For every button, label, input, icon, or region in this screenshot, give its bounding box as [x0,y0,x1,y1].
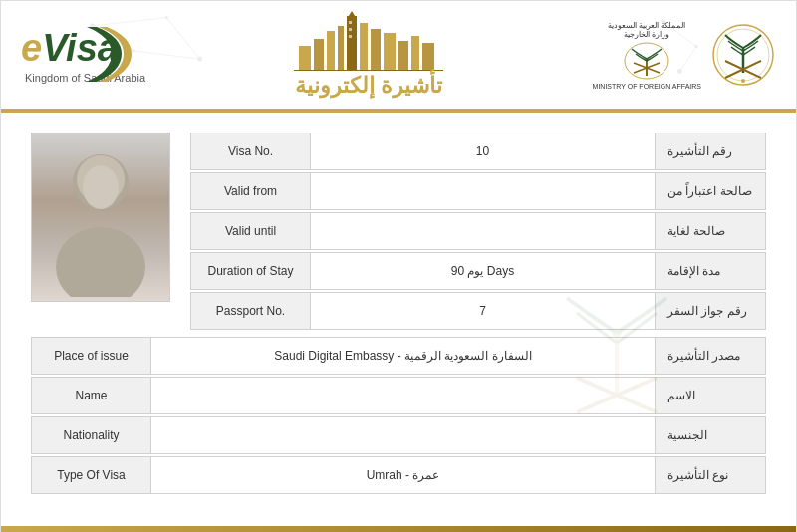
valid-until-label: Valid until [191,213,311,249]
svg-point-40 [741,79,745,83]
svg-rect-17 [327,31,335,71]
header-right: المملكة العربية السعوديةوزارة الخارجية M… [593,21,776,90]
duration-row: Duration of Stay يوم 90 Days مدة الإقامة [190,252,766,290]
visa-no-value: 10 [311,133,656,169]
fields-section: Visa No. 10 رقم التأشيرة Valid from صالح… [190,133,766,332]
passport-arabic: رقم جواز السفر [656,293,765,329]
svg-marker-20 [347,11,357,19]
bottom-bar [1,526,796,532]
valid-from-arabic: صالحة اعتباراً من [656,173,765,209]
name-label: Name [32,378,151,413]
visa-no-row: Visa No. 10 رقم التأشيرة [190,133,766,170]
passport-value: 7 [311,293,656,329]
place-arabic: مصدر التأشيرة [656,338,765,374]
ministry-emblem [622,41,671,81]
evisa-logo: e Visa [21,27,119,70]
photo-box [31,133,170,302]
duration-arabic: مدة الإقامة [656,253,765,289]
photo-placeholder [32,133,169,301]
place-label: Place of issue [32,338,151,374]
ministry-text: MINISTRY OF FOREIGN AFFAIRS [593,83,701,90]
visa-type-arabic: نوع التأشيرة [656,457,765,493]
svg-rect-28 [349,21,352,24]
valid-from-value [311,173,656,209]
nationality-label: Nationality [32,417,151,453]
svg-rect-30 [349,35,352,38]
header: e Visa Kingdom of Saudi Arabia [1,1,796,113]
visa-type-value: Umrah - عمرة [151,457,656,493]
svg-rect-23 [384,33,396,71]
arabic-title: تأشيرة إلكترونية [295,73,442,99]
ministry-logo: المملكة العربية السعوديةوزارة الخارجية M… [593,21,701,90]
nationality-value [151,417,656,453]
content-grid: Visa No. 10 رقم التأشيرة Valid from صالح… [31,133,766,332]
visa-no-label: Visa No. [191,133,311,169]
place-value: Saudi Digital Embassy - السفارة السعودية… [151,338,656,374]
svg-rect-19 [347,16,357,71]
duration-label: Duration of Stay [191,253,311,289]
passport-row: Passport No. 7 رقم جواز السفر [190,292,766,330]
valid-from-label: Valid from [191,173,311,209]
visa-no-arabic: رقم التأشيرة [656,133,765,169]
nationality-arabic: الجنسية [656,417,765,453]
valid-until-arabic: صالحة لغاية [656,213,765,249]
duration-value: يوم 90 Days [311,253,656,289]
city-skyline [294,11,443,71]
svg-rect-21 [360,23,368,71]
svg-rect-29 [349,28,352,31]
svg-rect-22 [371,29,381,71]
visa-type-row: Type Of Visa Umrah - عمرة نوع التأشيرة [31,456,766,494]
below-photo-section: Place of issue Saudi Digital Embassy - ا… [31,337,766,494]
valid-from-row: Valid from صالحة اعتباراً من [190,172,766,210]
passport-label: Passport No. [191,293,311,329]
name-arabic: الاسم [656,378,765,413]
svg-point-46 [56,227,145,297]
header-center: تأشيرة إلكترونية [145,11,592,99]
header-left: e Visa Kingdom of Saudi Arabia [21,27,145,84]
photo-section [31,133,170,332]
svg-rect-15 [299,46,311,71]
svg-rect-26 [422,43,434,71]
place-row: Place of issue Saudi Digital Embassy - ا… [31,337,766,375]
main-content: Visa No. 10 رقم التأشيرة Valid from صالح… [1,113,796,516]
page-container: e Visa Kingdom of Saudi Arabia [0,0,797,532]
name-row: Name الاسم [31,377,766,414]
evisa-e: e [21,27,42,70]
valid-until-value [311,213,656,249]
svg-rect-25 [411,36,419,71]
svg-rect-24 [398,41,408,71]
svg-rect-18 [338,26,344,71]
svg-rect-16 [314,39,324,71]
visa-type-label: Type Of Visa [32,457,151,493]
nationality-row: Nationality الجنسية [31,416,766,454]
saudi-emblem [711,23,776,88]
name-value [151,378,656,413]
svg-point-48 [83,165,119,209]
valid-until-row: Valid until صالحة لغاية [190,212,766,250]
